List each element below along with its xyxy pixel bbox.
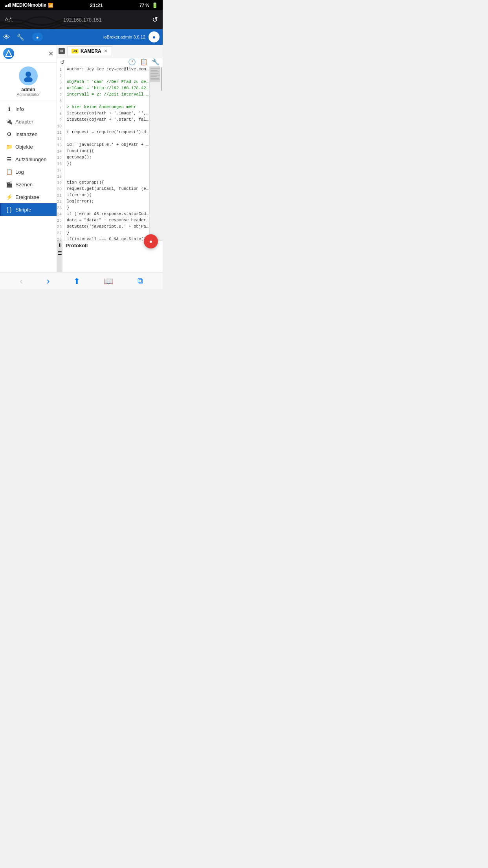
line-code[interactable]: Author: Jey Cee jey-cee@live.com; Versio…: [64, 66, 149, 73]
wifi-icon: 📶: [48, 3, 53, 8]
user-role-label: Administrator: [17, 92, 40, 97]
wrench-icon[interactable]: 🔧: [17, 33, 24, 41]
line-code[interactable]: [64, 136, 149, 142]
sidebar-item-ereignisse[interactable]: ⚡ Ereignisse: [0, 191, 57, 203]
table-row: 5intervall = 2; //Zeit intervall für die…: [57, 92, 149, 98]
code-scroll-area[interactable]: 1Author: Jey Cee jey-cee@live.com; Versi…: [57, 66, 149, 241]
line-number: 1: [57, 66, 64, 73]
protocol-download-icon[interactable]: ⬇: [58, 243, 62, 248]
line-code[interactable]: }: [64, 230, 149, 236]
line-code[interactable]: }: [64, 205, 149, 211]
sidebar-item-adapter[interactable]: 🔌 Adapter: [0, 115, 57, 128]
share-button[interactable]: ⬆: [73, 276, 80, 286]
sidebar-item-skripte[interactable]: { } Skripte: [0, 203, 57, 216]
svg-point-1: [26, 72, 31, 77]
line-code[interactable]: id: 'javascript.0.' + objPath + '.start'…: [64, 142, 149, 148]
line-number: 2: [57, 73, 64, 79]
back-button[interactable]: ‹: [20, 276, 23, 287]
table-row: 3objPath = 'cam' //Der Pfad zu den Skrip…: [57, 79, 149, 85]
line-number: 25: [57, 217, 64, 224]
line-number: 12: [57, 136, 64, 142]
line-code[interactable]: }): [64, 161, 149, 167]
line-code[interactable]: tion getSnap(){: [64, 180, 149, 186]
table-row: 12: [57, 136, 149, 142]
line-number: 13: [57, 142, 64, 148]
minimap: [149, 66, 160, 241]
line-number: 20: [57, 186, 64, 192]
table-row: 14function(){: [57, 148, 149, 154]
active-label: ●: [36, 35, 39, 40]
refresh-button[interactable]: ↺: [152, 15, 158, 24]
line-code[interactable]: if(intervall === 0 && getState('javascri…: [64, 236, 149, 241]
sidebar-header: ✕: [0, 45, 57, 63]
sidebar-item-objekte[interactable]: 📁 Objekte: [0, 140, 57, 153]
tool-icon[interactable]: 🔧: [152, 58, 160, 66]
editor-area: ▤ JS KAMERA ✕ ↺ 🕐 📋 🔧: [57, 45, 163, 272]
line-code[interactable]: urlCam1 = 'http://192.168.178.42/cgi-bin…: [64, 85, 149, 92]
line-code[interactable]: iteState(objPath + '.start', false, fals…: [64, 117, 149, 123]
table-row: 24if (!error && response.statusCode == 2…: [57, 211, 149, 217]
sidebar: ✕ admin Administrator ℹ Info 🔌 Adapter: [0, 45, 57, 272]
line-code[interactable]: log(error);: [64, 199, 149, 205]
sidebar-item-log[interactable]: 📋 Log: [0, 166, 57, 178]
editor-refresh-button[interactable]: ↺: [60, 59, 65, 65]
sidebar-item-aufzählungen[interactable]: ☰ Aufzählungen: [0, 153, 57, 166]
szenen-icon: 🎬: [6, 181, 12, 188]
sidebar-item-instanzen[interactable]: ⚙ Instanzen: [0, 128, 57, 140]
table-row: 10: [57, 123, 149, 129]
kamera-tab[interactable]: JS KAMERA ✕: [67, 46, 112, 55]
url-text[interactable]: 192.168.178.151: [63, 17, 102, 23]
theme-toggle[interactable]: ●: [149, 31, 160, 42]
table-row: 26 setState('javascript.0.' + objPath + …: [57, 224, 149, 230]
list-icon[interactable]: 📋: [140, 58, 148, 66]
tab-close-button[interactable]: ✕: [104, 48, 108, 54]
line-code[interactable]: [64, 123, 149, 129]
sidebar-item-szenen[interactable]: 🎬 Szenen: [0, 178, 57, 191]
sidebar-item-info[interactable]: ℹ Info: [0, 103, 57, 115]
line-code[interactable]: function(){: [64, 148, 149, 154]
line-number: 26: [57, 224, 64, 230]
sidebar-nav: ℹ Info 🔌 Adapter ⚙ Instanzen 📁 Objekte ☰: [0, 101, 57, 217]
clock-icon[interactable]: 🕐: [128, 58, 136, 66]
line-code[interactable]: if(error){: [64, 192, 149, 199]
line-code[interactable]: [64, 173, 149, 180]
line-code[interactable]: iteState(objPath + '.image', '', false, …: [64, 110, 149, 117]
line-code[interactable]: intervall = 2; //Zeit intervall für die …: [64, 92, 149, 98]
editor-scrollbar[interactable]: [160, 66, 163, 241]
line-number: 11: [57, 129, 64, 136]
line-code[interactable]: setState('javascript.0.' + objPath + '.i…: [64, 224, 149, 230]
line-number: 7: [57, 104, 64, 110]
fab-button[interactable]: ●: [144, 234, 158, 248]
bar3: [8, 4, 9, 7]
forward-button[interactable]: ›: [47, 276, 50, 287]
sidebar-logo: [3, 48, 14, 59]
bar2: [6, 5, 7, 7]
line-code[interactable]: t request = require('request').defaults(…: [64, 129, 149, 136]
bookmarks-button[interactable]: 📖: [104, 276, 114, 286]
line-code[interactable]: objPath = 'cam' //Der Pfad zu den Skript…: [64, 79, 149, 85]
table-row: 8iteState(objPath + '.image', '', false,…: [57, 110, 149, 117]
url-bar[interactable]: 192.168.178.151: [13, 17, 152, 23]
status-left: MEDIONmobile 📶: [5, 2, 53, 8]
line-code[interactable]: [64, 73, 149, 79]
username-label: admin: [21, 87, 35, 92]
line-code[interactable]: [64, 98, 149, 104]
sidebar-close-button[interactable]: ✕: [48, 50, 53, 57]
line-code[interactable]: data = "data:" + response.headers["conte…: [64, 217, 149, 224]
table-row: 23}: [57, 205, 149, 211]
tabs-button[interactable]: ⧉: [138, 276, 143, 285]
nav-label-log: Log: [15, 169, 24, 175]
table-row: 17: [57, 167, 149, 173]
table-row: 6: [57, 98, 149, 104]
line-code[interactable]: request.get(urlCam1, function (error, re…: [64, 186, 149, 192]
eye-icon[interactable]: 👁: [3, 33, 10, 41]
line-code[interactable]: [64, 167, 149, 173]
text-size-button[interactable]: AA: [5, 17, 13, 23]
code-editor[interactable]: 1Author: Jey Cee jey-cee@live.com; Versi…: [57, 66, 163, 241]
line-code[interactable]: if (!error && response.statusCode == 200…: [64, 211, 149, 217]
table-row: 13id: 'javascript.0.' + objPath + '.star…: [57, 142, 149, 148]
table-row: 1Author: Jey Cee jey-cee@live.com; Versi…: [57, 66, 149, 73]
line-code[interactable]: > hier keine Änderungen mehr: [64, 104, 149, 110]
protocol-list-icon[interactable]: ☰: [58, 250, 62, 256]
line-code[interactable]: getSnap();: [64, 154, 149, 161]
